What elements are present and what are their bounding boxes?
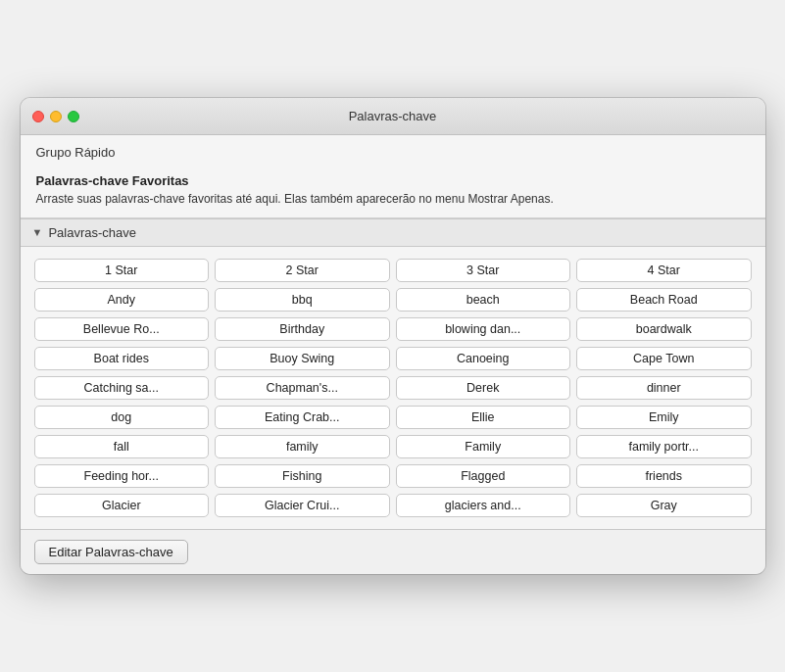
favoritas-description: Arraste suas palavras-chave favoritas at…: [36, 191, 750, 208]
keyword-tag[interactable]: fall: [34, 435, 210, 458]
edit-keywords-button[interactable]: Editar Palavras-chave: [34, 540, 188, 564]
window-title: Palavras-chave: [349, 109, 437, 123]
keyword-tag[interactable]: Boat rides: [34, 347, 210, 370]
keyword-tag[interactable]: dog: [34, 406, 210, 429]
keyword-tag[interactable]: blowing dan...: [396, 317, 571, 341]
minimize-button[interactable]: [50, 111, 62, 122]
keyword-tag[interactable]: Fishing: [215, 464, 390, 488]
keyword-tag[interactable]: Eating Crab...: [215, 406, 390, 429]
keyword-tag[interactable]: Catching sa...: [34, 376, 210, 400]
keyword-tag[interactable]: Buoy Swing: [215, 347, 390, 370]
keyword-tag[interactable]: friends: [576, 464, 752, 488]
keyword-tag[interactable]: 4 Star: [576, 259, 752, 282]
keyword-tag[interactable]: Derek: [396, 376, 571, 400]
content-area: Grupo Rápido Palavras-chave Favoritas Ar…: [21, 135, 765, 529]
keyword-tag[interactable]: Glacier: [34, 494, 210, 517]
favoritas-section: Palavras-chave Favoritas Arraste suas pa…: [21, 168, 765, 218]
keyword-tag[interactable]: 3 Star: [396, 259, 571, 282]
traffic-lights: [32, 111, 79, 122]
keyword-tag[interactable]: family: [215, 435, 390, 458]
keyword-tag[interactable]: 1 Star: [34, 259, 210, 282]
favoritas-title: Palavras-chave Favoritas: [36, 173, 750, 188]
keyword-tag[interactable]: Family: [396, 435, 571, 458]
keyword-tag[interactable]: Flagged: [396, 464, 571, 488]
keyword-tag[interactable]: Feeding hor...: [34, 464, 210, 488]
maximize-button[interactable]: [68, 111, 79, 122]
keyword-tag[interactable]: dinner: [576, 376, 752, 400]
keyword-tag[interactable]: family portr...: [576, 435, 752, 458]
close-button[interactable]: [32, 111, 44, 122]
keyword-tag[interactable]: Beach Road: [576, 288, 752, 312]
keywords-header: ▼ Palavras-chave: [21, 218, 765, 247]
keyword-tag[interactable]: Canoeing: [396, 347, 571, 370]
keyword-tag[interactable]: Bellevue Ro...: [34, 317, 210, 341]
keyword-tag[interactable]: Cape Town: [576, 347, 752, 370]
keyword-tag[interactable]: Ellie: [396, 406, 571, 429]
keywords-section: ▼ Palavras-chave 1 Star2 Star3 Star4 Sta…: [21, 218, 765, 529]
grupo-rapido-label: Grupo Rápido: [21, 135, 765, 168]
keyword-tag[interactable]: 2 Star: [215, 259, 390, 282]
keyword-tag[interactable]: Andy: [34, 288, 210, 312]
footer: Editar Palavras-chave: [21, 529, 765, 574]
keyword-tag[interactable]: bbq: [215, 288, 390, 312]
main-window: Palavras-chave Grupo Rápido Palavras-cha…: [21, 98, 765, 574]
keyword-tag[interactable]: glaciers and...: [396, 494, 571, 517]
keyword-tag[interactable]: Chapman's...: [215, 376, 390, 400]
titlebar: Palavras-chave: [21, 98, 765, 135]
keyword-tag[interactable]: Glacier Crui...: [215, 494, 390, 517]
keyword-tag[interactable]: Birthday: [215, 317, 390, 341]
keyword-tag[interactable]: Emily: [576, 406, 752, 429]
keywords-grid: 1 Star2 Star3 Star4 StarAndybbqbeachBeac…: [21, 247, 765, 529]
keyword-tag[interactable]: boardwalk: [576, 317, 752, 341]
keywords-section-label: Palavras-chave: [48, 225, 136, 240]
chevron-down-icon: ▼: [32, 226, 43, 238]
keyword-tag[interactable]: Gray: [576, 494, 752, 517]
keyword-tag[interactable]: beach: [396, 288, 571, 312]
